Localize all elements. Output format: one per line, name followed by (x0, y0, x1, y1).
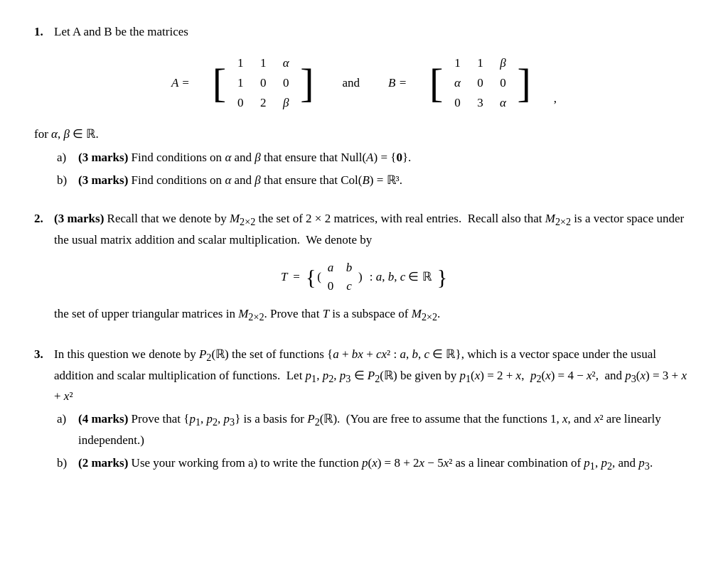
b21: α (454, 74, 461, 92)
T-definition-display: T = { ( a b 0 c ) : a, b, c ∈ ℝ } (34, 259, 694, 295)
problem-2: 2. (3 marks) Recall that we denote by M2… (34, 210, 694, 325)
matrix-a: [ 1 1 α 1 0 0 0 2 β ] (213, 54, 314, 112)
a31: 0 (237, 94, 244, 112)
problem-3-header: 3. In this question we denote by P2(ℝ) t… (34, 345, 694, 406)
part-a-text: (3 marks) Find conditions on α and β tha… (78, 148, 411, 167)
problem-3-text1: In this question we denote by P2(ℝ) the … (54, 345, 694, 406)
problem-1-header: 1. Let A and B be the matrices (34, 23, 694, 41)
p3-part-b-text: (2 marks) Use your working from a) to wr… (78, 454, 653, 475)
b31: 0 (454, 94, 461, 112)
problem-1: 1. Let A and B be the matrices A = [ 1 1… (34, 23, 694, 190)
problem-2-text: (3 marks) Recall that we denote by M2×2 … (54, 210, 694, 249)
T-matrix: a b 0 c (323, 259, 357, 295)
problem-3-part-b: b) (2 marks) Use your working from a) to… (57, 454, 694, 475)
T-paren-open: ( (317, 268, 321, 286)
matrix-b-grid: 1 1 β α 0 0 0 3 α (447, 54, 513, 112)
problem-1-part-b: b) (3 marks) Find conditions on α and β … (57, 171, 694, 190)
problem-3-number: 3. (34, 345, 50, 364)
a32: 2 (260, 94, 267, 112)
a21: 1 (237, 74, 244, 92)
b13: β (500, 54, 505, 72)
problem-2-conclusion: the set of upper triangular matrices in … (54, 305, 694, 325)
a13: α (283, 54, 289, 72)
T-condition: : a, b, c ∈ ℝ (370, 268, 432, 286)
problem-1-part-a: a) (3 marks) Find conditions on α and β … (57, 148, 694, 167)
T-0: 0 (328, 277, 334, 296)
T-set-close-brace: } (437, 266, 447, 288)
b22: 0 (477, 74, 483, 92)
problem-2-marks: (3 marks) (54, 212, 104, 225)
problem-2-number: 2. (34, 210, 50, 228)
p3-part-b-label: b) (57, 454, 74, 475)
part-a-marks: (3 marks) (78, 151, 128, 164)
T-matrix-wrap: a b 0 c (323, 259, 357, 295)
problem-1-intro: Let A and B be the matrices (54, 23, 188, 41)
matrix-b-bracket-right: ] (517, 63, 530, 104)
matrix-b: [ 1 1 β α 0 0 0 3 α ] (429, 54, 531, 112)
part-a-label: a) (57, 148, 74, 167)
b33: α (500, 94, 506, 112)
p3-part-a-marks: (4 marks) (78, 412, 128, 426)
problem-3: 3. In this question we denote by P2(ℝ) t… (34, 345, 694, 475)
for-alpha-beta: for α, β ∈ ℝ. (34, 125, 694, 144)
b11: 1 (454, 54, 461, 72)
a33: β (283, 94, 289, 112)
p3-part-a-label: a) (57, 410, 74, 450)
b12: 1 (477, 54, 483, 72)
problem-2-header: 2. (3 marks) Recall that we denote by M2… (34, 210, 694, 249)
matrix-a-grid: 1 1 α 1 0 0 0 2 β (230, 54, 296, 112)
T-b: b (346, 259, 353, 277)
matrices-display: A = [ 1 1 α 1 0 0 0 2 β ] and B = [ 1 1 (34, 54, 694, 112)
problem-1-number: 1. (34, 23, 50, 41)
matrix-b-bracket-left: [ (429, 63, 443, 104)
T-paren-close: ) (358, 268, 363, 286)
matrix-a-bracket-left: [ (213, 63, 226, 104)
p3-part-a-text: (4 marks) Prove that {p1, p2, p3} is a b… (78, 410, 694, 450)
p3-part-b-marks: (2 marks) (78, 456, 128, 470)
T-a: a (328, 259, 334, 277)
matrix-b-label: B = (388, 74, 407, 92)
b32: 3 (477, 94, 483, 112)
a23: 0 (283, 74, 289, 92)
T-set-open-brace: { (306, 266, 316, 288)
problem-3-part-a: a) (4 marks) Prove that {p1, p2, p3} is … (57, 410, 694, 450)
T-equals: = (293, 268, 300, 286)
a22: 0 (260, 74, 267, 92)
T-label: T (281, 268, 287, 286)
part-b-text: (3 marks) Find conditions on α and β tha… (78, 171, 402, 190)
b23: 0 (500, 74, 506, 92)
part-b-label: b) (57, 171, 74, 190)
a12: 1 (260, 54, 267, 72)
comma-after-B: , (554, 90, 557, 112)
a11: 1 (237, 54, 244, 72)
and-word: and (336, 74, 365, 92)
part-b-marks: (3 marks) (78, 173, 128, 187)
T-c: c (346, 277, 352, 296)
matrix-a-bracket-right: ] (300, 63, 314, 104)
matrix-a-label: A = (171, 74, 190, 92)
